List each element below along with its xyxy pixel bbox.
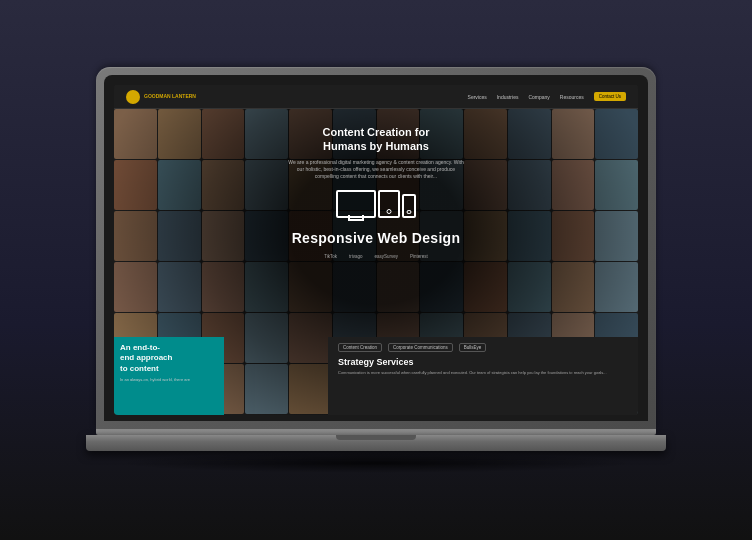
laptop-lid: GOODMAN LANTERN Services Industries Comp… xyxy=(96,67,656,429)
nav-resources[interactable]: Resources xyxy=(560,94,584,100)
responsive-web-design-label: Responsive Web Design xyxy=(292,230,461,246)
teal-subtitle: In an always-on, hybrid world, there are xyxy=(120,377,218,383)
nav-company[interactable]: Company xyxy=(528,94,549,100)
nav-contact-button[interactable]: Contact Us xyxy=(594,92,626,101)
nav-bar: GOODMAN LANTERN Services Industries Comp… xyxy=(114,85,638,109)
nav-services[interactable]: Services xyxy=(468,94,487,100)
scene: GOODMAN LANTERN Services Industries Comp… xyxy=(0,0,752,540)
laptop-base xyxy=(86,435,666,451)
tablet-icon xyxy=(378,190,400,218)
strategy-title: Strategy Services xyxy=(338,357,628,367)
pinterest-logo: Pinterest xyxy=(410,254,428,259)
monitor-icon xyxy=(336,190,376,218)
content-tabs: Content Creation Corporate Communication… xyxy=(338,343,628,352)
right-content-section: Content Creation Corporate Communication… xyxy=(328,337,638,415)
phone-icon xyxy=(402,194,416,218)
nav-links: Services Industries Company Resources Co… xyxy=(468,92,626,101)
strategy-text: Communication is more successful when ca… xyxy=(338,370,628,376)
teal-content-section: An end-to-end approachto content In an a… xyxy=(114,337,224,415)
tab-bullseye[interactable]: BullsEye xyxy=(459,343,487,352)
responsive-devices-icon xyxy=(336,190,416,218)
laptop-screen: GOODMAN LANTERN Services Industries Comp… xyxy=(114,85,638,415)
laptop: GOODMAN LANTERN Services Industries Comp… xyxy=(66,67,686,473)
teal-title: An end-to-end approachto content xyxy=(120,343,218,374)
hero-subtitle: We are a professional digital marketing … xyxy=(286,159,466,180)
laptop-bezel: GOODMAN LANTERN Services Industries Comp… xyxy=(104,75,648,421)
nav-industries[interactable]: Industries xyxy=(497,94,519,100)
logo-text: GOODMAN LANTERN xyxy=(144,94,196,100)
tab-corporate-comms[interactable]: Corporate Communications xyxy=(388,343,453,352)
hero-section: Content Creation for Humans by Humans We… xyxy=(114,109,638,415)
logo-circle-icon xyxy=(126,90,140,104)
laptop-shadow xyxy=(116,453,636,473)
partner-logos-row: TikTok trivago easySurvey Pinterest xyxy=(324,254,428,259)
nav-logo: GOODMAN LANTERN xyxy=(126,90,196,104)
trivago-logo: trivago xyxy=(349,254,363,259)
easysurvey-logo: easySurvey xyxy=(375,254,399,259)
tab-content-creation[interactable]: Content Creation xyxy=(338,343,382,352)
hero-title: Content Creation for Humans by Humans xyxy=(323,125,430,154)
website: GOODMAN LANTERN Services Industries Comp… xyxy=(114,85,638,415)
tiktok-logo: TikTok xyxy=(324,254,337,259)
